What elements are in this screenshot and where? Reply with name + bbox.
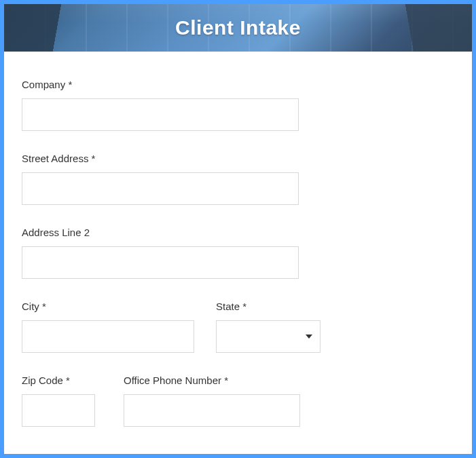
state-select[interactable] [216,320,321,353]
state-field-group: State * [216,301,321,353]
form-header: Client Intake [4,4,472,52]
address-line-2-label: Address Line 2 [22,227,454,238]
office-phone-field-group: Office Phone Number * [124,375,300,427]
street-address-input[interactable] [22,172,299,205]
street-address-field-group: Street Address * [22,153,454,205]
city-label: City * [22,301,194,312]
page-title: Client Intake [175,16,301,39]
city-input[interactable] [22,320,194,353]
office-phone-label: Office Phone Number * [124,375,300,386]
company-label: Company * [22,79,454,90]
company-input[interactable] [22,98,299,131]
form-container: Client Intake Company * Street Address *… [4,4,472,454]
state-select-wrapper [216,320,321,353]
zip-code-field-group: Zip Code * [22,375,95,427]
address-line-2-field-group: Address Line 2 [22,227,454,279]
street-address-label: Street Address * [22,153,454,164]
zip-phone-row: Zip Code * Office Phone Number * [22,375,454,427]
city-field-group: City * [22,301,194,353]
company-field-group: Company * [22,79,454,131]
state-label: State * [216,301,321,312]
zip-code-label: Zip Code * [22,375,95,386]
zip-code-input[interactable] [22,394,95,427]
address-line-2-input[interactable] [22,246,299,279]
form-body: Company * Street Address * Address Line … [4,52,472,454]
office-phone-input[interactable] [124,394,300,427]
city-state-row: City * State * [22,301,454,353]
